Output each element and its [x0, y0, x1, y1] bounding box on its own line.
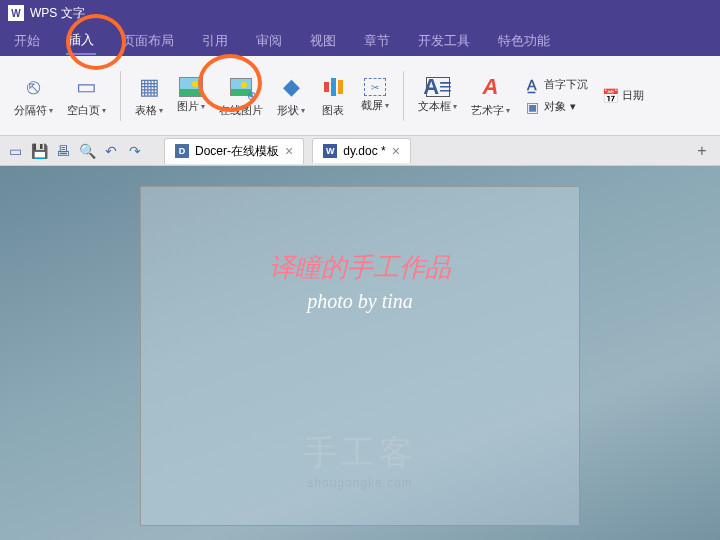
- close-tab-button[interactable]: ×: [285, 143, 293, 159]
- chevron-down-icon: ▾: [453, 102, 457, 111]
- chevron-down-icon: ▾: [506, 106, 510, 115]
- object-button[interactable]: ▣ 对象▾: [520, 97, 592, 117]
- watermark-brand: 手工客 shougongke.com: [303, 430, 417, 490]
- wps-doc-icon: W: [323, 144, 337, 158]
- ribbon-separator: [403, 71, 404, 121]
- docer-icon: D: [175, 144, 189, 158]
- menu-bar: 开始 插入 页面布局 引用 审阅 视图 章节 开发工具 特色功能: [0, 26, 720, 56]
- menu-item-insert[interactable]: 插入: [66, 27, 96, 55]
- date-button[interactable]: 📅 日期: [598, 86, 648, 106]
- close-tab-button[interactable]: ×: [392, 143, 400, 159]
- watermark-author-text: 译瞳的手工作品: [269, 250, 451, 285]
- document-tab-docer[interactable]: D Docer-在线模板 ×: [164, 138, 304, 164]
- online-picture-button[interactable]: ⊕ 在线图片: [215, 71, 267, 120]
- table-button[interactable]: ▦ 表格▾: [131, 71, 167, 120]
- object-icon: ▣: [524, 99, 540, 115]
- blank-page-icon: ▭: [73, 73, 101, 101]
- add-tab-button[interactable]: +: [690, 139, 714, 163]
- chevron-down-icon: ▾: [385, 101, 389, 110]
- chart-button[interactable]: 图表: [315, 71, 351, 120]
- menu-item-devtools[interactable]: 开发工具: [416, 28, 472, 54]
- chevron-down-icon: ▾: [159, 106, 163, 115]
- app-logo-icon: W: [8, 5, 24, 21]
- wordart-button[interactable]: A 艺术字▾: [467, 71, 514, 120]
- screenshot-button[interactable]: ✂ 截屏▾: [357, 76, 393, 115]
- chevron-down-icon: ▾: [201, 102, 205, 111]
- ribbon-insert: ⎋ 分隔符▾ ▭ 空白页▾ ▦ 表格▾ 图片▾ ⊕ 在线图片 ◆ 形状▾ 图表 …: [0, 56, 720, 136]
- online-picture-icon: ⊕: [227, 73, 255, 101]
- chevron-down-icon: ▾: [301, 106, 305, 115]
- ribbon-separator: [120, 71, 121, 121]
- tab-label: dy.doc *: [343, 144, 385, 158]
- dropcap-icon: A̲: [524, 77, 540, 93]
- menu-item-pagelayout[interactable]: 页面布局: [120, 28, 176, 54]
- dropcap-button[interactable]: A̲ 首字下沉: [520, 75, 592, 95]
- watermark-photo-credit: photo by tina: [307, 290, 413, 313]
- app-title: WPS 文字: [30, 5, 85, 22]
- document-tab-dydoc[interactable]: W dy.doc * ×: [312, 138, 411, 163]
- redo-button[interactable]: ↷: [126, 142, 144, 160]
- chevron-down-icon: ▾: [102, 106, 106, 115]
- document-tab-bar: ▭ 💾 🖶 🔍 ↶ ↷ D Docer-在线模板 × W dy.doc * × …: [0, 136, 720, 166]
- blank-page-button[interactable]: ▭ 空白页▾: [63, 71, 110, 120]
- calendar-icon: 📅: [602, 88, 618, 104]
- screenshot-icon: ✂: [364, 78, 386, 96]
- textbox-icon: A≡: [426, 77, 450, 97]
- tab-label: Docer-在线模板: [195, 143, 279, 160]
- print-button[interactable]: 🖶: [54, 142, 72, 160]
- page-break-icon: ⎋: [20, 73, 48, 101]
- page-break-button[interactable]: ⎋ 分隔符▾: [10, 71, 57, 120]
- menu-item-start[interactable]: 开始: [12, 28, 42, 54]
- save-button[interactable]: 💾: [30, 142, 48, 160]
- shapes-icon: ◆: [277, 73, 305, 101]
- chevron-down-icon: ▾: [570, 100, 576, 113]
- insert-picture-button[interactable]: 图片▾: [173, 75, 209, 116]
- menu-item-references[interactable]: 引用: [200, 28, 230, 54]
- menu-item-special[interactable]: 特色功能: [496, 28, 552, 54]
- quick-access-toolbar: ▭ 💾 🖶 🔍 ↶ ↷: [6, 142, 144, 160]
- title-bar: W WPS 文字: [0, 0, 720, 26]
- menu-item-view[interactable]: 视图: [308, 28, 338, 54]
- menu-item-review[interactable]: 审阅: [254, 28, 284, 54]
- chevron-down-icon: ▾: [49, 106, 53, 115]
- wordart-icon: A: [477, 73, 505, 101]
- undo-button[interactable]: ↶: [102, 142, 120, 160]
- chart-icon: [319, 73, 347, 101]
- picture-icon: [179, 77, 203, 97]
- table-icon: ▦: [135, 73, 163, 101]
- preview-button[interactable]: 🔍: [78, 142, 96, 160]
- menu-item-chapter[interactable]: 章节: [362, 28, 392, 54]
- new-doc-button[interactable]: ▭: [6, 142, 24, 160]
- textbox-button[interactable]: A≡ 文本框▾: [414, 75, 461, 116]
- shapes-button[interactable]: ◆ 形状▾: [273, 71, 309, 120]
